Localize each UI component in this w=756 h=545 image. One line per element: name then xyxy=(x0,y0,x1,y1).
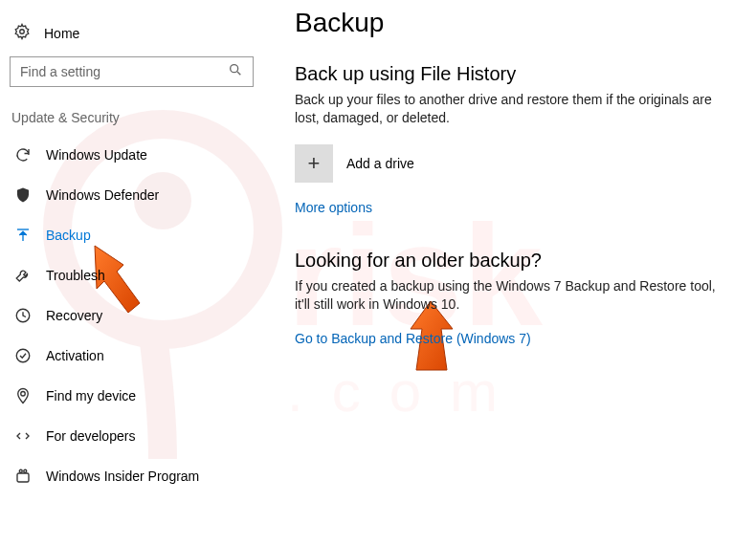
sidebar-item-label: Windows Update xyxy=(46,147,147,163)
plus-icon: + xyxy=(295,144,333,183)
sidebar-item-windows-update[interactable]: Windows Update xyxy=(10,135,258,175)
file-history-heading: Back up using File History xyxy=(295,63,737,85)
add-drive-button[interactable]: + Add a drive xyxy=(295,144,737,183)
sidebar-item-label: For developers xyxy=(46,428,135,444)
home-label: Home xyxy=(44,26,79,41)
sidebar-item-windows-insider[interactable]: Windows Insider Program xyxy=(10,456,258,496)
sidebar-item-for-developers[interactable]: For developers xyxy=(10,416,258,456)
wrench-icon xyxy=(13,267,33,284)
insider-icon xyxy=(13,468,33,485)
older-backup-heading: Looking for an older backup? xyxy=(295,250,737,272)
sidebar-item-label: Activation xyxy=(46,348,104,363)
sidebar-item-find-my-device[interactable]: Find my device xyxy=(10,376,258,416)
sync-icon xyxy=(13,146,33,164)
sidebar-category: Update & Security xyxy=(10,110,258,135)
sidebar-item-label: Recovery xyxy=(46,308,102,323)
svg-point-10 xyxy=(16,349,30,362)
backup-arrow-icon xyxy=(13,227,33,244)
sidebar-item-troubleshoot[interactable]: Troublesh xyxy=(10,255,258,295)
sidebar-item-recovery[interactable]: Recovery xyxy=(10,295,258,336)
file-history-desc: Back up your files to another drive and … xyxy=(295,91,716,127)
svg-point-11 xyxy=(21,392,26,397)
sidebar-item-backup[interactable]: Backup xyxy=(10,215,258,255)
search-input[interactable] xyxy=(10,56,254,87)
sidebar-item-label: Windows Insider Program xyxy=(46,469,199,484)
main-content: Backup Back up using File History Back u… xyxy=(268,0,756,545)
svg-point-13 xyxy=(19,469,22,472)
clock-back-icon xyxy=(13,307,33,324)
sidebar-item-label: Backup xyxy=(46,228,91,243)
sidebar-item-label: Troublesh xyxy=(46,268,105,283)
settings-sidebar: Home Update & Security Windows Update xyxy=(0,0,268,545)
sidebar-item-label: Find my device xyxy=(46,388,136,403)
gear-icon xyxy=(13,23,31,43)
home-button[interactable]: Home xyxy=(10,17,258,56)
page-title: Backup xyxy=(295,8,737,38)
location-icon xyxy=(13,387,33,404)
svg-point-4 xyxy=(20,30,25,34)
older-backup-desc: If you created a backup using the Window… xyxy=(295,277,716,314)
sidebar-item-label: Windows Defender xyxy=(46,187,159,203)
shield-icon xyxy=(13,186,33,204)
svg-point-14 xyxy=(24,469,27,472)
sidebar-item-activation[interactable]: Activation xyxy=(10,336,258,376)
svg-rect-12 xyxy=(17,473,29,482)
add-drive-label: Add a drive xyxy=(346,156,414,171)
code-icon xyxy=(13,427,33,445)
check-circle-icon xyxy=(13,347,33,364)
backup-restore-win7-link[interactable]: Go to Backup and Restore (Windows 7) xyxy=(295,331,531,346)
more-options-link[interactable]: More options xyxy=(295,200,372,215)
sidebar-item-windows-defender[interactable]: Windows Defender xyxy=(10,175,258,215)
